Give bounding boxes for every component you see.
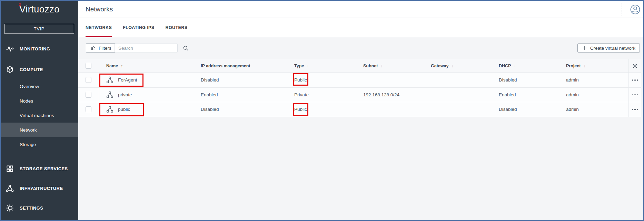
user-account-icon[interactable] xyxy=(630,4,640,15)
network-icon xyxy=(106,91,113,98)
networks-table: Name↑IP address managementType↓Subnet↓Ga… xyxy=(78,59,641,117)
table-row-foragent[interactable]: ForAgentDisabledPublicDisabledadmin xyxy=(78,73,641,88)
sidebar-item-network[interactable]: Network xyxy=(1,123,78,137)
tab-bar: NETWORKSFLOATING IPSROUTERS xyxy=(78,18,643,37)
main-area: Networks NETWORKSFLOATING IPSROUTERS xyxy=(78,1,643,220)
column-header-dhcp[interactable]: DHCP↓ xyxy=(499,64,566,68)
column-header-gateway[interactable]: Gateway↓ xyxy=(431,64,499,68)
sidebar-item-storage[interactable]: Storage xyxy=(1,137,78,152)
infrastructure-icon xyxy=(5,184,14,192)
sidebar-item-label: INFRASTRUCTURE xyxy=(20,186,63,191)
virtuozzo-admin-window: Virtuozzoz TVIP MONITORINGCOMPUTEOvervie… xyxy=(0,0,644,221)
table-settings-gear-icon[interactable] xyxy=(632,63,638,69)
logo-text: Virtuozzoz xyxy=(19,4,60,15)
network-name-link[interactable]: public xyxy=(118,107,130,112)
column-header-label: Gateway xyxy=(431,64,448,68)
column-header-type[interactable]: Type↓ xyxy=(294,64,363,68)
cell-ip-management: Enabled xyxy=(201,92,294,97)
cell-dhcp: Disabled xyxy=(499,77,566,83)
filters-button[interactable]: Filters xyxy=(86,43,116,53)
sidebar-item-label: Overview xyxy=(20,84,39,89)
sidebar-item-overview[interactable]: Overview xyxy=(1,79,78,94)
create-virtual-network-button[interactable]: Create virtual network xyxy=(577,43,640,53)
tab-routers[interactable]: ROUTERS xyxy=(166,18,188,37)
checkbox-cell xyxy=(78,59,98,73)
create-virtual-network-label: Create virtual network xyxy=(590,46,635,51)
column-header-label: Project xyxy=(566,64,581,68)
cell-subnet: 192.168.128.0/24 xyxy=(363,92,431,97)
row-actions-menu-icon[interactable] xyxy=(631,77,640,83)
sidebar-item-compute[interactable]: COMPUTE xyxy=(1,63,78,76)
sidebar-item-label: Network xyxy=(20,127,37,133)
compute-icon xyxy=(5,65,14,74)
column-header-project[interactable]: Project↓ xyxy=(566,64,628,68)
network-name-link[interactable]: ForAgent xyxy=(118,77,137,83)
search-box xyxy=(115,43,178,53)
sidebar-item-infrastructure[interactable]: INFRASTRUCTURE xyxy=(1,182,78,195)
sidebar-item-virtual-machines[interactable]: Virtual machines xyxy=(1,108,78,123)
checkbox-cell xyxy=(78,88,98,102)
network-icon xyxy=(106,106,113,113)
cell-type: Public xyxy=(294,77,363,83)
cell-type: Private xyxy=(294,92,363,97)
sidebar-item-label: Nodes xyxy=(20,98,33,104)
table-row-public[interactable]: publicDisabledPublicDisabledadmin xyxy=(78,102,641,117)
column-header-label: Type xyxy=(294,64,304,68)
sidebar-item-label: SETTINGS xyxy=(20,205,43,211)
cell-project: admin xyxy=(566,92,628,97)
sort-icon: ↓ xyxy=(307,64,309,68)
checkbox-cell xyxy=(78,102,98,117)
cell-project: admin xyxy=(566,107,628,112)
tab-floating-ips[interactable]: FLOATING IPS xyxy=(123,18,154,37)
sidebar-item-settings[interactable]: SETTINGS xyxy=(1,201,78,214)
sort-icon: ↓ xyxy=(514,64,516,68)
cell-type: Public xyxy=(294,107,363,112)
row-actions-menu-icon[interactable] xyxy=(631,107,640,112)
network-icon xyxy=(106,76,113,84)
sidebar-item-label: Virtual machines xyxy=(20,113,54,118)
filters-label: Filters xyxy=(99,46,111,51)
row-checkbox[interactable] xyxy=(86,92,91,98)
sidebar-item-monitoring[interactable]: MONITORING xyxy=(1,42,78,55)
column-header-name[interactable]: Name↑ xyxy=(98,64,201,68)
cell-ip-management: Disabled xyxy=(201,77,294,83)
cell-project: admin xyxy=(566,77,628,83)
cell-ip-management: Disabled xyxy=(201,107,294,112)
virtuozzo-logo: Virtuozzoz xyxy=(1,4,78,15)
sort-icon: ↓ xyxy=(451,64,453,68)
cell-dhcp: Disabled xyxy=(499,107,566,112)
table-header-row: Name↑IP address managementType↓Subnet↓Ga… xyxy=(78,59,641,73)
column-header-subnet[interactable]: Subnet↓ xyxy=(363,64,431,68)
tab-label: FLOATING IPS xyxy=(123,25,154,30)
column-header-label: Name xyxy=(106,64,118,68)
table-row-private[interactable]: privateEnabledPrivate192.168.128.0/24Ena… xyxy=(78,88,641,103)
settings-icon xyxy=(5,204,14,212)
column-header-label: DHCP xyxy=(499,64,511,68)
row-actions-cell xyxy=(628,88,641,102)
column-header-label: Subnet xyxy=(363,64,378,68)
sidebar: Virtuozzoz TVIP MONITORINGCOMPUTEOvervie… xyxy=(1,1,78,220)
monitoring-icon xyxy=(5,45,14,53)
sidebar-item-nodes[interactable]: Nodes xyxy=(1,94,78,108)
header-divider xyxy=(622,3,622,16)
sidebar-item-label: STORAGE SERVICES xyxy=(20,166,68,171)
row-actions-cell xyxy=(628,73,641,87)
logo-z-accent: z xyxy=(19,2,21,7)
search-icon[interactable] xyxy=(183,45,189,51)
tab-networks[interactable]: NETWORKS xyxy=(86,18,112,37)
filters-icon xyxy=(90,45,96,51)
select-all-checkbox[interactable] xyxy=(86,63,91,69)
column-header-label: IP address management xyxy=(201,64,250,68)
search-input[interactable] xyxy=(115,46,183,51)
row-checkbox[interactable] xyxy=(86,77,91,83)
row-actions-menu-icon[interactable] xyxy=(631,92,640,98)
column-settings-cell xyxy=(628,59,641,73)
sidebar-item-storage-services[interactable]: STORAGE SERVICES xyxy=(1,162,78,175)
storage-services-icon xyxy=(5,164,14,173)
row-checkbox[interactable] xyxy=(86,106,91,112)
row-actions-cell xyxy=(628,102,641,117)
tenant-selector-button[interactable]: TVIP xyxy=(4,24,74,33)
column-header-ip-address-management[interactable]: IP address management xyxy=(201,64,294,68)
sort-icon: ↓ xyxy=(380,64,383,68)
network-name-link[interactable]: private xyxy=(118,92,132,97)
